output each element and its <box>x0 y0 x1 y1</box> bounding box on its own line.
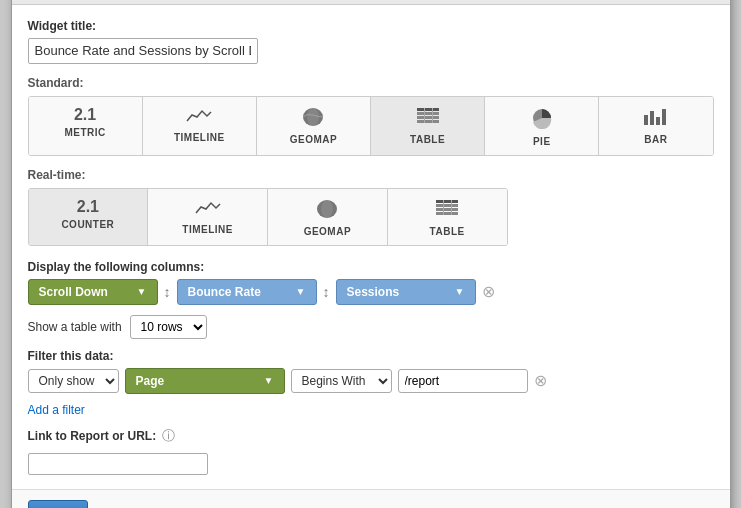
timeline-label: TIMELINE <box>174 132 225 143</box>
standard-pie-btn[interactable]: PIE <box>485 97 599 155</box>
filter-label: Filter this data: <box>28 349 714 363</box>
column2-value: Bounce Rate <box>188 285 261 299</box>
dialog-footer: Save Cancel Clone widget Delete widget <box>12 489 730 509</box>
realtime-label: Real-time: <box>28 168 714 182</box>
counter-icon: 2.1 <box>77 199 99 215</box>
svg-rect-12 <box>662 109 666 125</box>
filter-row: Only show Exclude Page ▼ Begins With Con… <box>28 368 714 394</box>
rt-geomap-icon <box>315 199 339 222</box>
svg-point-1 <box>307 108 319 126</box>
rt-table-btn[interactable]: TABLE <box>388 189 507 245</box>
rt-timeline-label: TIMELINE <box>182 224 233 235</box>
rt-geomap-btn[interactable]: GEOMAP <box>268 189 388 245</box>
dialog-body: Widget title: Standard: 2.1 METRIC TIMEL… <box>12 5 730 489</box>
columns-section: Display the following columns: Scroll Do… <box>28 260 714 305</box>
link-label: Link to Report or URL: <box>28 429 157 443</box>
svg-rect-5 <box>417 120 439 123</box>
widget-settings-dialog: Widget Settings × Widget title: Standard… <box>11 0 731 508</box>
remove-column-button[interactable]: ⊗ <box>482 282 495 301</box>
widget-title-label: Widget title: <box>28 19 714 33</box>
column3-value: Sessions <box>347 285 400 299</box>
rt-timeline-icon <box>194 199 222 220</box>
filter-column-value: Page <box>136 374 165 388</box>
link-input[interactable] <box>28 453 208 475</box>
metric-label: METRIC <box>64 127 105 138</box>
geomap-icon <box>301 107 325 130</box>
svg-rect-9 <box>644 115 648 125</box>
rt-counter-btn[interactable]: 2.1 COUNTER <box>29 189 149 245</box>
column1-arrow: ▼ <box>137 286 147 297</box>
column3-dropdown[interactable]: Sessions ▼ <box>336 279 476 305</box>
counter-label: COUNTER <box>61 219 114 230</box>
svg-rect-16 <box>436 204 458 207</box>
timeline-icon <box>185 107 213 128</box>
link-section: Link to Report or URL: ⓘ <box>28 427 714 475</box>
geomap-label: GEOMAP <box>290 134 337 145</box>
columns-label: Display the following columns: <box>28 260 714 274</box>
pie-icon <box>530 107 554 132</box>
svg-rect-19 <box>443 200 444 215</box>
widget-title-input[interactable] <box>28 38 258 64</box>
column2-arrow: ▼ <box>296 286 306 297</box>
svg-rect-4 <box>417 116 439 119</box>
svg-rect-7 <box>432 108 433 123</box>
svg-rect-2 <box>417 108 439 111</box>
remove-filter-button[interactable]: ⊗ <box>534 371 547 390</box>
svg-point-14 <box>321 200 333 218</box>
standard-metric-btn[interactable]: 2.1 METRIC <box>29 97 143 155</box>
metric-icon: 2.1 <box>74 107 96 123</box>
column3-arrow: ▼ <box>455 286 465 297</box>
save-button[interactable]: Save <box>28 500 88 509</box>
filter-value-input[interactable] <box>398 369 528 393</box>
filter-column-arrow: ▼ <box>264 375 274 386</box>
svg-rect-20 <box>451 200 452 215</box>
pie-label: PIE <box>533 136 551 147</box>
sort-icon-2: ↕ <box>323 284 330 300</box>
svg-rect-6 <box>424 108 425 123</box>
table-label: TABLE <box>410 134 445 145</box>
rt-geomap-label: GEOMAP <box>304 226 351 237</box>
standard-bar-btn[interactable]: BAR <box>599 97 712 155</box>
standard-table-btn[interactable]: TABLE <box>371 97 485 155</box>
standard-geomap-btn[interactable]: GEOMAP <box>257 97 371 155</box>
rows-label: Show a table with <box>28 320 122 334</box>
bar-label: BAR <box>644 134 667 145</box>
column2-dropdown[interactable]: Bounce Rate ▼ <box>177 279 317 305</box>
bar-icon <box>643 107 669 130</box>
filter-show-select[interactable]: Only show Exclude <box>28 369 119 393</box>
link-label-row: Link to Report or URL: ⓘ <box>28 427 714 445</box>
svg-rect-3 <box>417 112 439 115</box>
table-icon <box>416 107 440 130</box>
standard-section: Standard: 2.1 METRIC TIMELINE GEOMAP <box>28 76 714 156</box>
sort-icon-1: ↕ <box>164 284 171 300</box>
filter-operator-select[interactable]: Begins With Contains Ends With Exact Mat… <box>291 369 392 393</box>
svg-rect-15 <box>436 200 458 203</box>
standard-label: Standard: <box>28 76 714 90</box>
columns-row: Scroll Down ▼ ↕ Bounce Rate ▼ ↕ Sessions… <box>28 279 714 305</box>
standard-types: 2.1 METRIC TIMELINE GEOMAP <box>28 96 714 156</box>
svg-rect-18 <box>436 212 458 215</box>
standard-timeline-btn[interactable]: TIMELINE <box>143 97 257 155</box>
realtime-section: Real-time: 2.1 COUNTER TIMELINE GEOMAP <box>28 168 714 246</box>
svg-rect-11 <box>656 117 660 125</box>
rt-timeline-btn[interactable]: TIMELINE <box>148 189 268 245</box>
rt-table-label: TABLE <box>430 226 465 237</box>
rows-section: Show a table with 10 rows 5 rows 25 rows… <box>28 315 714 339</box>
svg-rect-17 <box>436 208 458 211</box>
footer-left: Save Cancel <box>28 500 137 509</box>
filter-column-dropdown[interactable]: Page ▼ <box>125 368 285 394</box>
add-filter-link[interactable]: Add a filter <box>28 403 85 417</box>
info-icon: ⓘ <box>162 427 175 445</box>
rows-select[interactable]: 10 rows 5 rows 25 rows 50 rows <box>130 315 207 339</box>
column1-dropdown[interactable]: Scroll Down ▼ <box>28 279 158 305</box>
column1-value: Scroll Down <box>39 285 108 299</box>
rt-table-icon <box>435 199 459 222</box>
filter-section: Filter this data: Only show Exclude Page… <box>28 349 714 427</box>
realtime-types: 2.1 COUNTER TIMELINE GEOMAP <box>28 188 508 246</box>
svg-rect-10 <box>650 111 654 125</box>
